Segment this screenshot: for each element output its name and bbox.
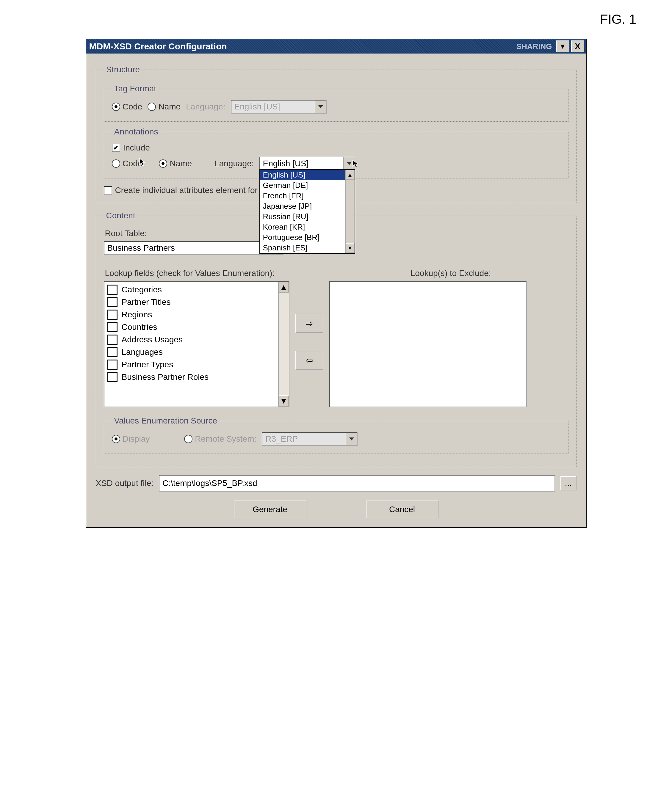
browse-button[interactable]: ... [560,476,576,491]
arrow-right-icon: ⇨ [306,318,313,328]
dropdown-option[interactable]: Portuguese [BR] [260,232,355,243]
close-button[interactable]: X [571,41,584,52]
dropdown-option[interactable]: German [DE] [260,180,355,191]
checkbox-icon[interactable] [107,322,117,332]
radio-icon [112,102,120,111]
individual-attributes-checkbox[interactable]: Create individual attributes element for… [104,185,267,195]
checkbox-icon[interactable] [107,372,117,382]
scroll-up-icon[interactable]: ▲ [279,282,289,293]
chevron-down-icon [346,433,357,445]
listbox-scrollbar[interactable]: ▲ ▼ [278,282,289,406]
scroll-up-icon[interactable]: ▲ [346,170,355,180]
list-item[interactable]: Languages [107,346,286,358]
cancel-button[interactable]: Cancel [366,501,438,519]
annotations-language-label: Language: [215,159,254,168]
radio-icon [159,159,167,168]
values-remote-label: Remote System: [195,434,256,444]
values-enum-legend: Values Enumeration Source [112,416,220,426]
checkbox-icon[interactable] [107,359,117,370]
annotations-language-value: English [US] [260,157,343,170]
checkbox-icon[interactable] [107,335,117,345]
move-left-button[interactable]: ⇦ [295,351,323,370]
list-item[interactable]: Countries [107,321,286,333]
list-item-label: Languages [122,347,163,357]
radio-icon [112,435,120,443]
annotations-code-label: Code [122,159,143,168]
list-item[interactable]: Partner Types [107,358,286,371]
dropdown-option[interactable]: Japanese [JP] [260,201,355,211]
dropdown-option[interactable]: Russian [RU] [260,211,355,222]
generate-button[interactable]: Generate [234,501,306,519]
chevron-down-icon[interactable] [343,157,355,170]
values-remote-radio: Remote System: [184,434,256,444]
output-file-value: C:\temp\logs\SP5_BP.xsd [163,478,257,488]
annotations-include-checkbox[interactable]: Include [112,143,150,153]
radio-icon [112,159,120,168]
list-item-label: Address Usages [122,335,183,345]
ellipsis-icon: ... [565,478,572,488]
annotations-legend: Annotations [112,127,161,137]
annotations-language-dropdown[interactable]: English [US] German [DE] French [FR] Jap… [259,169,355,254]
content-legend: Content [104,211,138,220]
list-item[interactable]: Business Partner Roles [107,371,286,384]
tag-format-code-radio[interactable]: Code [112,102,143,112]
checkbox-icon[interactable] [107,310,117,320]
tag-format-legend: Tag Format [112,84,159,93]
scrollbar-track[interactable] [279,293,289,395]
dialog-window: MDM-XSD Creator Configuration SHARING ▼ … [86,39,587,528]
dropdown-option[interactable]: Korean [KR] [260,222,355,232]
values-remote-value: R3_ERP [262,433,346,445]
list-item-label: Countries [122,322,157,332]
checkbox-icon[interactable] [107,297,117,307]
list-item-label: Partner Types [122,360,173,369]
checkbox-icon [112,144,120,152]
dropdown-option[interactable]: English [US] [260,170,355,180]
tag-format-name-label: Name [158,102,181,112]
dropdown-scrollbar[interactable]: ▲ ▼ [345,170,355,253]
values-display-radio: Display [112,434,150,444]
tag-format-group: Tag Format Code Name Language: English [… [104,84,568,122]
list-item[interactable]: Address Usages [107,333,286,346]
structure-group: Structure Tag Format Code Name Language: [96,65,576,203]
lookup-exclude-label: Lookup(s) to Exclude: [410,268,491,278]
dropdown-option[interactable]: Spanish [ES] [260,243,355,253]
arrow-left-icon: ⇦ [306,355,313,366]
values-enum-group: Values Enumeration Source Display Remote… [104,416,568,454]
list-item-label: Business Partner Roles [122,372,209,382]
individual-attributes-label: Create individual attributes element for… [115,185,267,195]
output-file-label: XSD output file: [96,478,154,488]
list-item-label: Regions [122,310,152,319]
titlebar-right-label: SHARING [516,42,552,51]
annotations-name-radio[interactable]: Name [159,159,192,168]
annotations-language-combo[interactable]: English [US] English [US] German [DE] Fr… [259,157,355,171]
radio-icon [148,102,156,111]
annotations-include-label: Include [123,143,150,153]
scroll-down-icon[interactable]: ▼ [279,395,289,406]
tag-format-name-radio[interactable]: Name [148,102,181,112]
checkbox-icon [104,186,112,195]
output-file-input[interactable]: C:\temp\logs\SP5_BP.xsd [159,475,555,492]
annotations-name-label: Name [169,159,192,168]
checkbox-icon[interactable] [107,284,117,295]
list-item[interactable]: Categories [107,283,286,296]
lookup-exclude-listbox[interactable] [329,281,527,407]
lookup-fields-listbox[interactable]: Categories Partner Titles Regions Countr… [104,281,290,407]
checkbox-icon[interactable] [107,347,117,357]
lookup-fields-label: Lookup fields (check for Values Enumerat… [105,268,275,278]
scroll-down-icon[interactable]: ▼ [346,243,355,253]
move-right-button[interactable]: ⇨ [295,314,323,333]
dropdown-option[interactable]: French [FR] [260,191,355,201]
radio-icon [184,435,192,443]
list-item-label: Categories [122,285,162,294]
caret-down-icon: ▼ [559,42,566,50]
root-table-combo[interactable]: Business Partners [104,241,283,255]
structure-legend: Structure [104,65,143,74]
titlebar: MDM-XSD Creator Configuration SHARING ▼ … [86,39,586,54]
minimize-button[interactable]: ▼ [556,41,569,52]
list-item[interactable]: Regions [107,309,286,321]
list-item[interactable]: Partner Titles [107,296,286,309]
annotations-code-radio[interactable]: Code [112,159,143,168]
tag-format-code-label: Code [122,102,143,112]
annotations-group: Annotations Include Code [104,127,568,179]
figure-label: FIG. 1 [12,12,636,27]
